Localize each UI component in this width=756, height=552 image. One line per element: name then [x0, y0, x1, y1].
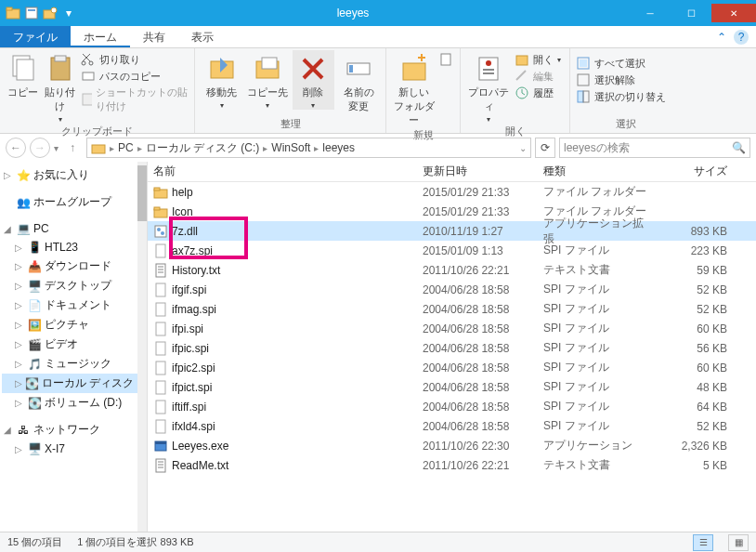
newitem-button[interactable] — [439, 52, 454, 67]
file-row[interactable]: ReadMe.txt2011/10/26 22:21テキスト文書5 KB — [148, 455, 756, 475]
tree-item[interactable]: ▷🖥️X-I7 — [2, 440, 145, 458]
file-row[interactable]: ifmag.spi2004/06/28 18:58SPI ファイル52 KB — [148, 299, 756, 319]
addr-dropdown-icon[interactable]: ⌄ — [519, 143, 527, 153]
view-details-button[interactable]: ☰ — [693, 534, 713, 551]
nav-up-button[interactable]: ↑ — [62, 138, 83, 158]
drive-icon: 📱 — [27, 240, 42, 255]
nav-scrollbar[interactable] — [137, 162, 147, 532]
svg-rect-46 — [156, 303, 165, 316]
drive-icon: 🎵 — [27, 357, 42, 372]
address-bar[interactable]: ▸ PC▸ ローカル ディスク (C:)▸ WinSoft▸ leeyes ⌄ — [86, 138, 531, 158]
file-row[interactable]: ifxld4.spi2004/06/28 18:58SPI ファイル52 KB — [148, 416, 756, 436]
file-name: ifmag.spi — [172, 303, 216, 316]
file-row[interactable]: 7z.dll2010/11/19 1:27アプリケーション拡張893 KB — [148, 221, 756, 241]
refresh-button[interactable]: ⟳ — [535, 138, 555, 158]
file-type: SPI ファイル — [538, 418, 658, 434]
copy-button[interactable]: コピー — [6, 50, 40, 99]
delete-button[interactable]: 削除▾ — [293, 50, 334, 110]
file-row[interactable]: ifpic.spi2004/06/28 18:58SPI ファイル56 KB — [148, 338, 756, 358]
close-button[interactable]: ✕ — [711, 4, 756, 22]
history-button[interactable]: 履歴 — [515, 85, 561, 100]
crumb-c[interactable]: ローカル ディスク (C:) — [146, 140, 260, 156]
file-row[interactable]: Leeyes.exe2011/10/26 22:30アプリケーション2,326 … — [148, 436, 756, 455]
window-title: leeyes — [76, 7, 630, 20]
selectall-button[interactable]: すべて選択 — [576, 56, 666, 71]
paste-button[interactable]: 貼り付け ▾ — [44, 50, 78, 124]
file-row[interactable]: Icon2015/01/29 21:33ファイル フォルダー — [148, 202, 756, 221]
selectnone-button[interactable]: 選択解除 — [576, 72, 666, 87]
tree-item[interactable]: ▷📥ダウンロード — [2, 256, 145, 276]
tree-item[interactable]: ▷🖥️デスクトップ — [2, 276, 145, 296]
ribbon-collapse-icon[interactable]: ⌃ — [717, 31, 726, 44]
folder-move-icon — [207, 54, 237, 84]
crumb-pc[interactable]: PC — [118, 141, 134, 154]
view-icons-button[interactable]: ▦ — [728, 534, 749, 551]
nav-back-button[interactable]: ← — [6, 138, 26, 158]
tab-home[interactable]: ホーム — [71, 26, 130, 47]
edit-button[interactable]: 編集 — [515, 69, 561, 84]
nav-forward-button[interactable]: → — [30, 138, 50, 158]
tree-item[interactable]: ▷🎬ビデオ — [2, 335, 145, 354]
tree-item[interactable]: ▷📄ドキュメント — [2, 296, 145, 315]
tree-item[interactable]: ▷📱HTL23 — [2, 238, 145, 256]
svg-rect-29 — [578, 74, 589, 85]
file-row[interactable]: ax7z.spi2015/01/09 1:13SPI ファイル223 KB — [148, 241, 756, 260]
paste-shortcut-button[interactable]: ショートカットの貼り付け — [81, 85, 189, 113]
help-icon[interactable]: ? — [734, 30, 749, 45]
file-icon — [153, 341, 168, 356]
tree-item[interactable]: ▷🖼️ピクチャ — [2, 315, 145, 335]
file-size: 52 KB — [658, 303, 733, 316]
nav-recent-icon[interactable]: ▾ — [54, 143, 59, 153]
tree-item[interactable]: ▷💽ローカル ディスク (C — [2, 374, 145, 393]
tree-pc[interactable]: ◢💻PC — [2, 219, 145, 238]
qat-properties-icon[interactable] — [24, 6, 39, 20]
file-row[interactable]: ifpic2.spi2004/06/28 18:58SPI ファイル60 KB — [148, 358, 756, 377]
file-row[interactable]: ifpict.spi2004/06/28 18:58SPI ファイル48 KB — [148, 377, 756, 397]
copyto-button[interactable]: コピー先▾ — [246, 50, 288, 110]
drive-icon: 🎬 — [27, 337, 42, 352]
tab-view[interactable]: 表示 — [178, 26, 227, 47]
moveto-button[interactable]: 移動先▾ — [201, 50, 242, 110]
invert-button[interactable]: 選択の切り替え — [576, 89, 666, 104]
tree-favorites[interactable]: ▷⭐お気に入り — [2, 165, 145, 185]
svg-rect-13 — [83, 94, 92, 105]
tree-network[interactable]: ◢🖧ネットワーク — [2, 420, 145, 440]
svg-rect-48 — [156, 342, 165, 355]
cut-button[interactable]: 切り取り — [81, 52, 189, 67]
path-icon — [81, 69, 96, 84]
drive-icon: 📥 — [27, 259, 42, 274]
maximize-button[interactable]: ☐ — [671, 4, 711, 22]
search-box[interactable]: leeyesの検索 🔍 — [559, 138, 750, 158]
newfolder-button[interactable]: 新しい フォルダー — [392, 50, 436, 127]
file-name: ifpic2.spi — [172, 361, 215, 375]
file-row[interactable]: ifpi.spi2004/06/28 18:58SPI ファイル60 KB — [148, 319, 756, 338]
file-row[interactable]: ifgif.spi2004/06/28 18:58SPI ファイル52 KB — [148, 280, 756, 299]
file-list: 名前 更新日時 種類 サイズ help2015/01/29 21:33ファイル … — [148, 162, 756, 532]
tree-homegroup[interactable]: 👥ホームグループ — [2, 192, 145, 212]
rename-button[interactable]: 名前の 変更 — [338, 50, 380, 113]
file-row[interactable]: iftiff.spi2004/06/28 18:58SPI ファイル64 KB — [148, 397, 756, 416]
col-type[interactable]: 種類 — [538, 164, 658, 179]
open-button[interactable]: 開く▾ — [515, 52, 561, 67]
file-size: 60 KB — [658, 361, 733, 375]
minimize-button[interactable]: ─ — [630, 4, 671, 22]
col-size[interactable]: サイズ — [658, 164, 733, 179]
history-icon — [515, 85, 529, 100]
svg-rect-45 — [156, 283, 165, 296]
tab-file[interactable]: ファイル — [0, 26, 71, 47]
properties-button[interactable]: プロパティ▾ — [466, 50, 511, 124]
tab-share[interactable]: 共有 — [130, 26, 178, 47]
file-size: 2,326 KB — [658, 440, 733, 453]
copypath-button[interactable]: パスのコピー — [81, 69, 189, 84]
file-row[interactable]: History.txt2011/10/26 22:21テキスト文書59 KB — [148, 260, 756, 280]
crumb-leeyes[interactable]: leeyes — [322, 141, 355, 154]
col-date[interactable]: 更新日時 — [417, 164, 538, 179]
qat-dropdown-icon[interactable]: ▾ — [61, 6, 76, 20]
col-name[interactable]: 名前 — [148, 164, 417, 179]
file-row[interactable]: help2015/01/29 21:33ファイル フォルダー — [148, 182, 756, 202]
tree-item[interactable]: ▷🎵ミュージック — [2, 354, 145, 374]
crumb-winsoft[interactable]: WinSoft — [271, 141, 310, 154]
qat-newfolder-icon[interactable] — [43, 6, 58, 20]
tree-item[interactable]: ▷💽ボリューム (D:) — [2, 393, 145, 413]
file-type: SPI ファイル — [538, 340, 658, 356]
